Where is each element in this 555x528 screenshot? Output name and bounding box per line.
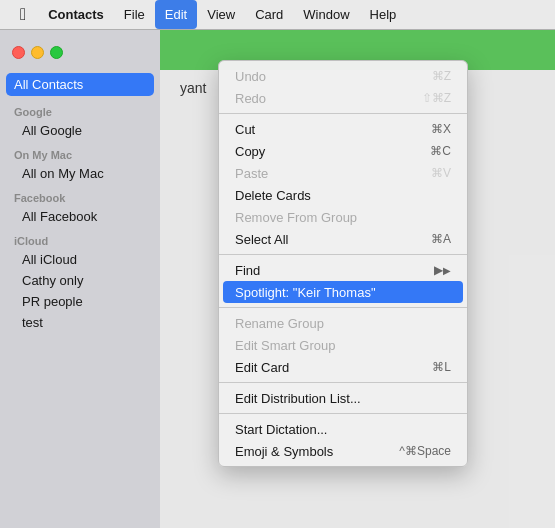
sidebar-item-all-icloud[interactable]: All iCloud [0, 249, 160, 270]
google-group-label: Google [0, 98, 160, 120]
menu-item-edit-card[interactable]: Edit Card ⌘L [219, 356, 467, 378]
separator-4 [219, 382, 467, 383]
view-menu[interactable]: View [197, 0, 245, 29]
menu-item-paste[interactable]: Paste ⌘V [219, 162, 467, 184]
menu-item-spotlight[interactable]: Spotlight: "Keir Thomas" [223, 281, 463, 303]
separator-3 [219, 307, 467, 308]
help-menu[interactable]: Help [360, 0, 407, 29]
facebook-group-label: Facebook [0, 184, 160, 206]
menu-item-edit-distribution-list-label: Edit Distribution List... [235, 391, 361, 406]
sidebar-item-cathy-only[interactable]: Cathy only [0, 270, 160, 291]
menu-item-remove-from-group[interactable]: Remove From Group [219, 206, 467, 228]
menu-item-undo-label: Undo [235, 69, 266, 84]
menu-item-paste-label: Paste [235, 166, 268, 181]
sidebar-item-all-google[interactable]: All Google [0, 120, 160, 141]
menu-item-start-dictation-label: Start Dictation... [235, 422, 327, 437]
edit-dropdown-menu: Undo ⌘Z Redo ⇧⌘Z Cut ⌘X Copy ⌘C Paste ⌘V… [218, 60, 468, 467]
separator-1 [219, 113, 467, 114]
menu-item-select-all-shortcut: ⌘A [431, 232, 451, 246]
menu-item-find-arrow: ▶ [434, 263, 451, 277]
all-contacts-item[interactable]: All Contacts [6, 73, 154, 96]
menu-item-find[interactable]: Find ▶ [219, 259, 467, 281]
menu-item-redo[interactable]: Redo ⇧⌘Z [219, 87, 467, 109]
menu-item-edit-card-shortcut: ⌘L [432, 360, 451, 374]
menu-item-select-all[interactable]: Select All ⌘A [219, 228, 467, 250]
menu-item-emoji-symbols-label: Emoji & Symbols [235, 444, 333, 459]
fullscreen-button[interactable] [50, 46, 63, 59]
card-menu[interactable]: Card [245, 0, 293, 29]
sidebar-item-all-on-my-mac[interactable]: All on My Mac [0, 163, 160, 184]
menu-item-copy[interactable]: Copy ⌘C [219, 140, 467, 162]
contacts-menu[interactable]: Contacts [38, 0, 114, 29]
menu-item-find-label: Find [235, 263, 260, 278]
menu-item-redo-shortcut: ⇧⌘Z [422, 91, 451, 105]
menu-item-edit-smart-group[interactable]: Edit Smart Group [219, 334, 467, 356]
menu-item-rename-group[interactable]: Rename Group [219, 312, 467, 334]
menu-item-undo-shortcut: ⌘Z [432, 69, 451, 83]
menu-item-delete-cards-label: Delete Cards [235, 188, 311, 203]
menu-item-edit-distribution-list[interactable]: Edit Distribution List... [219, 387, 467, 409]
menu-item-emoji-symbols-shortcut: ^⌘Space [399, 444, 451, 458]
menu-item-edit-card-label: Edit Card [235, 360, 289, 375]
menu-item-emoji-symbols[interactable]: Emoji & Symbols ^⌘Space [219, 440, 467, 462]
menu-item-spotlight-label: Spotlight: "Keir Thomas" [235, 285, 376, 300]
file-menu[interactable]: File [114, 0, 155, 29]
menu-item-edit-smart-group-label: Edit Smart Group [235, 338, 335, 353]
menu-item-cut-shortcut: ⌘X [431, 122, 451, 136]
sidebar-item-pr-people[interactable]: PR people [0, 291, 160, 312]
on-my-mac-group-label: On My Mac [0, 141, 160, 163]
menu-item-copy-shortcut: ⌘C [430, 144, 451, 158]
menu-item-undo[interactable]: Undo ⌘Z [219, 65, 467, 87]
menu-item-rename-group-label: Rename Group [235, 316, 324, 331]
sidebar-item-all-facebook[interactable]: All Facebook [0, 206, 160, 227]
menubar:  Contacts File Edit View Card Window He… [0, 0, 555, 30]
edit-menu[interactable]: Edit [155, 0, 197, 29]
menu-item-paste-shortcut: ⌘V [431, 166, 451, 180]
minimize-button[interactable] [31, 46, 44, 59]
menu-item-select-all-label: Select All [235, 232, 288, 247]
menu-item-redo-label: Redo [235, 91, 266, 106]
menu-item-cut-label: Cut [235, 122, 255, 137]
contact-name: yant [180, 80, 206, 96]
menu-item-remove-from-group-label: Remove From Group [235, 210, 357, 225]
menu-item-start-dictation[interactable]: Start Dictation... [219, 418, 467, 440]
close-button[interactable] [12, 46, 25, 59]
sidebar-item-test[interactable]: test [0, 312, 160, 333]
sidebar: All Contacts Google All Google On My Mac… [0, 30, 160, 528]
apple-menu[interactable]:  [8, 0, 38, 29]
app-window: All Contacts Google All Google On My Mac… [0, 30, 555, 528]
menu-item-copy-label: Copy [235, 144, 265, 159]
icloud-group-label: iCloud [0, 227, 160, 249]
separator-2 [219, 254, 467, 255]
separator-5 [219, 413, 467, 414]
menu-item-delete-cards[interactable]: Delete Cards [219, 184, 467, 206]
window-menu[interactable]: Window [293, 0, 359, 29]
menu-item-cut[interactable]: Cut ⌘X [219, 118, 467, 140]
traffic-lights [0, 40, 160, 71]
